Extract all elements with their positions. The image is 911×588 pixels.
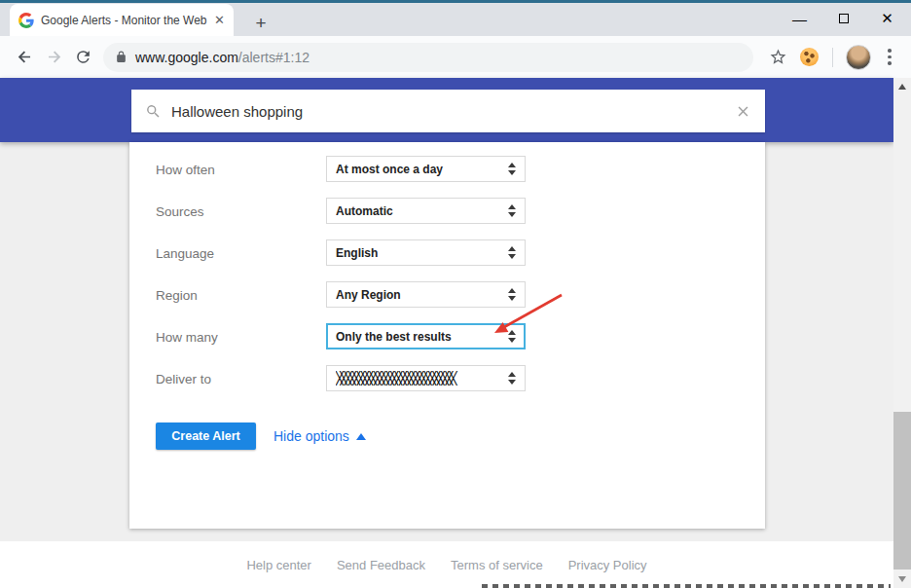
how-many-select[interactable]: Only the best results <box>326 323 526 349</box>
url-host: www.google.com <box>135 50 238 65</box>
form-label: Language <box>156 239 326 261</box>
maximize-button[interactable] <box>821 3 865 34</box>
terms-of-service-link[interactable]: Terms of service <box>451 558 543 572</box>
form-row-sources: Sources Automatic <box>129 198 765 239</box>
form-label: Deliver to <box>156 365 326 386</box>
search-icon <box>145 103 162 120</box>
help-center-link[interactable]: Help center <box>246 558 310 572</box>
scrollbar-thumb[interactable] <box>893 412 911 570</box>
create-alert-button[interactable]: Create Alert <box>156 423 256 450</box>
bookmark-star-icon[interactable] <box>763 43 792 72</box>
browser-window: Google Alerts - Monitor the Web ✕ + — ✕ … <box>0 0 911 588</box>
scroll-down-icon[interactable] <box>893 572 911 586</box>
tab-close-icon[interactable]: ✕ <box>214 13 225 27</box>
google-alerts-page: How often At most once a day Sources Aut… <box>0 78 893 588</box>
clear-search-icon[interactable] <box>735 103 751 120</box>
form-row-how-many: How many Only the best results <box>129 323 765 365</box>
scroll-up-icon[interactable] <box>893 80 911 93</box>
form-row-how-often: How often At most once a day <box>129 156 765 198</box>
minimize-button[interactable]: — <box>778 3 821 34</box>
form-label: How often <box>156 156 326 177</box>
window-controls: — ✕ <box>778 3 909 34</box>
form-label: Sources <box>156 198 326 219</box>
select-spinner-icon <box>508 288 516 301</box>
cutoff-content-strip <box>482 584 891 588</box>
alert-options-card: How often At most once a day Sources Aut… <box>129 142 765 529</box>
alerts-header <box>0 78 893 142</box>
region-select[interactable]: Any Region <box>326 281 526 308</box>
send-feedback-link[interactable]: Send Feedback <box>337 558 425 572</box>
caret-up-icon <box>356 433 366 440</box>
deliver-to-select[interactable]: ╳╳╳╳╳╳╳╳╳╳╳╳╳╳╳╳╳╳╳╳╳╳╳╳╳╳╳╳ <box>326 365 526 391</box>
url-text: www.google.com/alerts#1:12 <box>135 50 310 65</box>
reload-button[interactable] <box>68 43 97 72</box>
forward-button[interactable] <box>39 43 68 72</box>
alert-search-box[interactable] <box>131 90 765 132</box>
select-spinner-icon <box>508 372 516 385</box>
select-spinner-icon <box>508 330 516 343</box>
how-often-select[interactable]: At most once a day <box>326 156 526 182</box>
form-label: How many <box>156 323 326 345</box>
select-spinner-icon <box>508 204 516 217</box>
url-path: /alerts#1:12 <box>238 50 310 65</box>
tab-strip: Google Alerts - Monitor the Web ✕ + — ✕ <box>0 0 911 36</box>
page-footer: Help center Send Feedback Terms of servi… <box>0 541 893 588</box>
language-select[interactable]: English <box>326 239 526 266</box>
form-label: Region <box>156 281 326 303</box>
close-window-button[interactable]: ✕ <box>865 3 909 34</box>
hide-options-link[interactable]: Hide options <box>273 428 366 444</box>
lock-icon <box>115 51 128 63</box>
scrollbar[interactable] <box>893 78 911 588</box>
google-favicon-icon <box>18 13 34 28</box>
back-button[interactable] <box>10 43 39 72</box>
form-row-language: Language English <box>129 239 765 281</box>
extension-icon[interactable] <box>800 48 819 66</box>
form-actions: Create Alert Hide options <box>156 423 765 450</box>
address-bar[interactable]: www.google.com/alerts#1:12 <box>103 43 753 72</box>
browser-tab[interactable]: Google Alerts - Monitor the Web ✕ <box>10 4 234 36</box>
sources-select[interactable]: Automatic <box>326 198 526 224</box>
form-row-deliver-to: Deliver to ╳╳╳╳╳╳╳╳╳╳╳╳╳╳╳╳╳╳╳╳╳╳╳╳╳╳╳╳ <box>129 365 765 407</box>
tab-title: Google Alerts - Monitor the Web <box>41 14 207 27</box>
select-spinner-icon <box>508 246 516 259</box>
form-row-region: Region Any Region <box>129 281 765 323</box>
toolbar-divider <box>832 48 833 67</box>
new-tab-button[interactable]: + <box>247 11 274 36</box>
redacted-email-value: ╳╳╳╳╳╳╳╳╳╳╳╳╳╳╳╳╳╳╳╳╳╳╳╳╳╳╳╳ <box>336 371 502 386</box>
browser-toolbar: www.google.com/alerts#1:12 <box>0 36 911 78</box>
privacy-policy-link[interactable]: Privacy Policy <box>568 558 647 572</box>
profile-avatar[interactable] <box>846 45 871 70</box>
select-spinner-icon <box>508 163 516 175</box>
menu-kebab-icon[interactable] <box>878 46 901 69</box>
search-input[interactable] <box>171 103 725 120</box>
